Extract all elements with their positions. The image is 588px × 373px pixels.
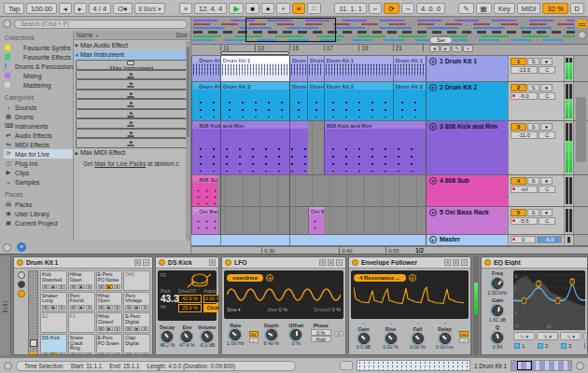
arrangement-clip[interactable]: .. Drum Kit xyxy=(191,56,220,81)
expand-arrow-icon[interactable]: ▶ xyxy=(129,130,135,135)
save-preset-icon[interactable]: ▪ xyxy=(461,259,468,266)
hold-button[interactable]: Hold xyxy=(311,336,331,342)
file-row[interactable]: ▼ Max Instrument xyxy=(74,50,190,61)
track-activator-button[interactable]: 5 xyxy=(511,209,526,216)
offset-knob[interactable] xyxy=(290,329,301,340)
volume-field[interactable]: -5.5 xyxy=(511,217,538,225)
browser-collapse-icon[interactable] xyxy=(3,20,11,28)
tap-tempo-button[interactable]: Tap xyxy=(4,3,24,14)
track-fold-icon[interactable]: ▾ xyxy=(429,58,437,65)
device-on-icon[interactable] xyxy=(17,259,23,266)
filter-type-dropdown[interactable]: ∿ ▾ xyxy=(583,332,585,340)
hide-browser-icon[interactable] xyxy=(3,243,11,252)
clip-notes-preview[interactable] xyxy=(357,360,470,371)
device-title-bar[interactable]: Drum Kit 1 ⊘▪ xyxy=(14,257,152,269)
scroll-top-icon[interactable] xyxy=(578,31,586,39)
arrangement-clip[interactable]: Drum Kit 2 xyxy=(220,82,289,120)
drum-pad[interactable]: Hihat Closed M ▶ S xyxy=(96,312,123,333)
overdub-button[interactable]: + xyxy=(276,3,289,14)
device-title-bar[interactable]: LFO ≡⊘▪ xyxy=(222,257,345,269)
play-button[interactable]: ▶ xyxy=(229,3,244,14)
solo-button[interactable]: S xyxy=(527,58,539,65)
save-preset-icon[interactable]: ▪ xyxy=(143,259,149,266)
drum-pad[interactable]: E-Perc PO Snare M ▶ S xyxy=(96,334,123,355)
record-button[interactable]: ● xyxy=(261,3,275,14)
locator-nav-button[interactable]: ✎ xyxy=(452,45,462,52)
computer-midi-keyboard-button[interactable]: ▦ xyxy=(476,3,492,14)
sidebar-item[interactable]: ▶ Clips xyxy=(4,168,73,177)
filter-type-dropdown[interactable]: ∿ ▾ xyxy=(560,332,581,340)
arrangement-clip[interactable]: Drum K xyxy=(307,56,324,81)
arrangement-position-field[interactable]: 12. 4. 4 xyxy=(194,3,227,14)
drum-pad[interactable]: E1 M ▶ S xyxy=(40,312,67,333)
pad-solo-button[interactable]: S xyxy=(58,305,65,310)
info-view-toggle-icon[interactable] xyxy=(4,362,12,370)
arm-button[interactable]: ● xyxy=(540,209,553,216)
pad-solo-button[interactable]: S xyxy=(141,305,148,310)
hz-button[interactable]: Hz xyxy=(249,331,259,337)
clip-lane[interactable]: .. Drum Kit Drum Kit 2 Drum K xyxy=(191,82,426,120)
pad-solo-button[interactable]: S xyxy=(58,284,65,289)
time-ruler[interactable]: 0:300:400:50 1/2 xyxy=(191,246,588,254)
arrangement-clip[interactable]: Drum Kit 1 xyxy=(220,56,289,81)
file-row[interactable]: ▶ DS Kick.amxd 120 KB xyxy=(76,109,190,119)
automation-arm-button[interactable]: ≡ xyxy=(292,3,305,14)
band-enable-checkbox[interactable] xyxy=(584,343,585,349)
sidebar-item[interactable]: Favourite Effects xyxy=(4,52,73,62)
file-row[interactable]: ▶ DS HH.amxd 77 KB xyxy=(76,99,190,109)
master-clip-lane[interactable] xyxy=(191,235,426,245)
menu-icon[interactable] xyxy=(577,20,587,28)
mini-arrangement-overview[interactable] xyxy=(511,360,572,371)
attack-value[interactable]: 0.00 % xyxy=(203,295,219,303)
smooth-value[interactable]: 0 % xyxy=(332,307,341,312)
device-on-icon[interactable] xyxy=(225,259,231,266)
pad-solo-button[interactable]: S xyxy=(114,326,121,331)
column-size[interactable]: Size xyxy=(175,32,188,38)
loop-start-field[interactable]: 11. 1. 1 xyxy=(334,3,366,14)
fold-icon[interactable]: ≡ xyxy=(319,259,326,266)
drum-pad[interactable]: E-Perc PO Noise M ▶ S xyxy=(96,270,123,291)
midi-map-button[interactable]: MIDI xyxy=(517,3,541,14)
mini-viewport-rect[interactable] xyxy=(517,361,532,370)
retrigger-button[interactable]: R xyxy=(334,331,343,337)
overtone-value[interactable]: 25.9 % xyxy=(178,304,202,312)
arrangement-clip[interactable]: 808 Kick and Rim xyxy=(324,121,426,174)
track-fold-icon[interactable]: ▾ xyxy=(429,123,437,131)
fold-icon[interactable]: ≡ xyxy=(444,259,451,266)
arrangement-clip[interactable]: Drum Kit 1 xyxy=(324,56,393,81)
arrangement-clip[interactable]: Drum K xyxy=(289,82,307,120)
pad-mute-button[interactable]: M xyxy=(42,305,49,310)
pad-overview-strip[interactable] xyxy=(28,270,38,355)
sidebar-item[interactable]: Favourite Synths xyxy=(4,43,73,52)
pad-play-icon[interactable]: ▶ xyxy=(50,284,58,289)
pad-play-icon[interactable]: ▶ xyxy=(77,352,85,355)
metronome-button[interactable]: O● xyxy=(113,3,132,14)
pad-bank-handle[interactable] xyxy=(29,352,37,355)
solo-button[interactable]: S xyxy=(527,84,539,91)
volume-field[interactable]: -inf xyxy=(511,186,538,193)
sidebar-item[interactable]: ⌨ Instruments xyxy=(4,121,73,131)
drum-pad[interactable]: Shaker Long M ▶ S xyxy=(40,292,67,312)
locator-nav-button[interactable]: ▪ xyxy=(463,45,473,52)
device-on-icon[interactable] xyxy=(484,259,491,266)
pad-mute-button[interactable]: M xyxy=(125,352,133,355)
depth-knob[interactable] xyxy=(266,329,277,340)
drum-pad[interactable]: Hihat Open M ▶ S xyxy=(96,292,123,312)
sidebar-item[interactable]: ♪ Sounds xyxy=(4,103,73,112)
arrangement-clip[interactable]: .. 808 Sub xyxy=(191,175,217,206)
arrangement-overview[interactable] xyxy=(191,17,588,45)
file-list-header[interactable]: Name ▲ Size xyxy=(74,31,190,40)
pad-solo-button[interactable]: S xyxy=(58,352,65,355)
track-fold-icon[interactable]: ▾ xyxy=(429,209,437,216)
master-fold-icon[interactable]: ▸ xyxy=(429,236,437,243)
fold-icon[interactable]: ≡ xyxy=(209,259,216,266)
knob[interactable] xyxy=(385,333,397,344)
file-row[interactable]: ▶ DS Cymbal.amxd 90 KB xyxy=(76,79,190,90)
file-row[interactable]: ▶ DS Sampler.amxd 535 KB xyxy=(76,118,190,129)
io-toggle-icon[interactable] xyxy=(18,271,25,279)
track-header[interactable]: ▾ 1 Drum Kit 1 xyxy=(426,56,508,81)
sidebar-item[interactable]: Drums & Percussion xyxy=(4,62,73,71)
solo-button[interactable]: S xyxy=(527,123,539,131)
vertical-scrollbar-thumb[interactable] xyxy=(576,97,586,162)
nudge-up-button[interactable]: ▸ xyxy=(74,3,87,14)
